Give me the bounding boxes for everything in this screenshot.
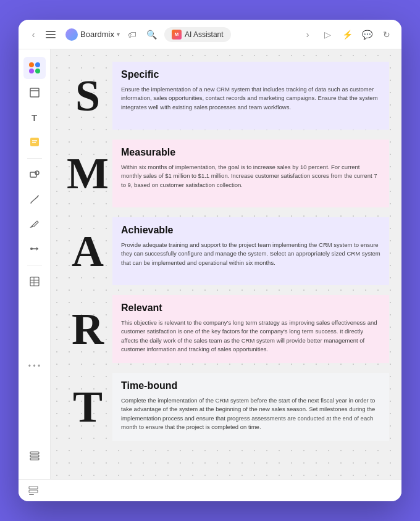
boardmix-logo[interactable]: Boardmix ▾ [65, 28, 120, 41]
smart-card-m: M Measurable Within six months of implem… [63, 140, 389, 207]
card-title-t: Time-bound [121, 380, 380, 391]
sidebar-tool-shape[interactable] [23, 164, 46, 186]
top-bar: ‹ Boardmix ▾ 🏷 🔍 M AI Assistant › ▷ ⚡ 💬 … [19, 20, 401, 49]
svg-rect-2 [30, 138, 39, 146]
sidebar-bottom-tool[interactable] [23, 444, 46, 467]
ai-assistant-label: AI Assistant [185, 30, 224, 39]
expand-button[interactable]: › [300, 27, 315, 42]
letter-r: R [63, 295, 112, 363]
boardmix-label: Boardmix [80, 30, 114, 39]
svg-rect-17 [29, 486, 38, 489]
card-content-t: Time-bound Complete the implementation o… [112, 373, 389, 441]
top-bar-right: › ▷ ⚡ 💬 ↻ [300, 27, 394, 42]
svg-marker-8 [36, 247, 38, 251]
svg-point-9 [30, 248, 33, 250]
sidebar-divider-1 [27, 158, 42, 159]
svg-rect-14 [30, 452, 39, 454]
line-icon [29, 194, 40, 205]
tag-button[interactable]: 🏷 [125, 27, 140, 42]
main-area: T [19, 49, 401, 479]
card-text-a: Provide adequate training and support to… [121, 241, 380, 267]
sidebar-tool-connector[interactable] [23, 238, 46, 260]
back-button[interactable]: ‹ [26, 27, 41, 42]
svg-rect-18 [29, 490, 38, 493]
canvas-area: S Specific Ensure the implementation of … [51, 49, 401, 479]
card-content-s: Specific Ensure the implementation of a … [112, 62, 389, 130]
sticky-icon [29, 136, 40, 148]
layers-icon [29, 450, 40, 461]
sidebar-tool-palette[interactable] [23, 57, 46, 79]
pen-icon [29, 219, 40, 230]
card-content-r: Relevant This objective is relevant to t… [112, 295, 389, 363]
card-title-a: Achievable [121, 225, 380, 236]
card-title-r: Relevant [121, 302, 380, 314]
svg-rect-15 [30, 455, 39, 457]
sidebar-tool-line[interactable] [23, 188, 46, 210]
sidebar-tool-table[interactable] [23, 270, 46, 293]
card-text-r: This objective is relevant to the compan… [121, 319, 380, 354]
sidebar-tool-text[interactable]: T [23, 106, 46, 128]
connector-icon [29, 243, 40, 254]
boardmix-dropdown-icon: ▾ [117, 31, 120, 38]
status-layers-icon [28, 485, 39, 496]
svg-rect-10 [30, 277, 39, 286]
sidebar-tool-pen[interactable] [23, 213, 46, 235]
refresh-button[interactable]: ↻ [379, 27, 394, 42]
svg-rect-0 [30, 88, 39, 97]
lightning-button[interactable]: ⚡ [340, 27, 355, 42]
sidebar-divider-2 [27, 265, 42, 265]
letter-s: S [63, 62, 112, 130]
palette-icon [29, 62, 40, 73]
letter-t: T [63, 373, 112, 441]
ai-icon: M [172, 30, 182, 40]
card-text-t: Complete the implementation of the CRM s… [121, 396, 380, 431]
left-sidebar: T [19, 49, 51, 479]
card-text-s: Ensure the implementation of a new CRM s… [121, 85, 380, 112]
browser-window: ‹ Boardmix ▾ 🏷 🔍 M AI Assistant › ▷ ⚡ 💬 … [19, 20, 401, 501]
svg-rect-19 [29, 494, 34, 495]
card-title-s: Specific [121, 69, 380, 80]
table-icon [29, 276, 40, 287]
letter-m: M [63, 140, 112, 207]
card-title-m: Measurable [121, 147, 380, 158]
chat-button[interactable]: 💬 [359, 27, 374, 42]
sidebar-more-button[interactable]: • • • [23, 359, 46, 373]
frame-icon [29, 87, 40, 98]
text-icon: T [32, 112, 37, 123]
smart-card-t: T Time-bound Complete the implementation… [63, 373, 389, 441]
search-button[interactable]: 🔍 [145, 27, 159, 42]
boardmix-icon [65, 28, 78, 41]
bottom-status-bar [19, 479, 401, 501]
smart-card-a: A Achievable Provide adequate training a… [63, 217, 389, 285]
status-icon[interactable] [26, 483, 41, 498]
play-button[interactable]: ▷ [320, 27, 335, 42]
sidebar-bottom [23, 440, 46, 472]
card-text-m: Within six months of implementation, the… [121, 163, 380, 190]
sidebar-tool-sticky[interactable] [23, 131, 46, 153]
letter-a: A [63, 217, 112, 285]
svg-rect-16 [30, 458, 39, 460]
menu-button[interactable] [46, 27, 61, 42]
shape-icon [29, 169, 40, 180]
sidebar-tool-frame[interactable] [23, 81, 46, 104]
smart-card-s: S Specific Ensure the implementation of … [63, 62, 389, 130]
smart-card-r: R Relevant This objective is relevant to… [63, 295, 389, 363]
card-content-m: Measurable Within six months of implemen… [112, 140, 389, 207]
svg-point-6 [35, 171, 39, 175]
card-content-a: Achievable Provide adequate training and… [112, 217, 389, 285]
ai-assistant-button[interactable]: M AI Assistant [164, 27, 231, 42]
